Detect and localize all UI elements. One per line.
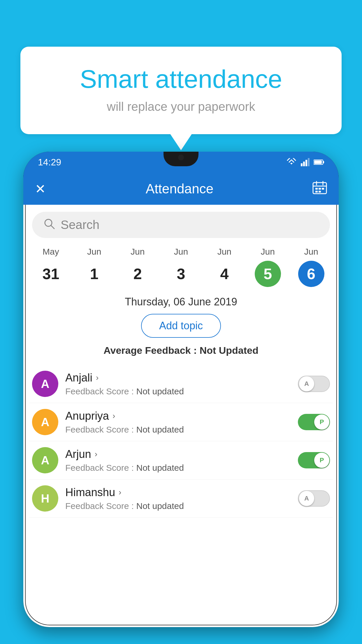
status-time: 14:29 bbox=[38, 157, 61, 168]
bubble-title: Smart attendance bbox=[44, 64, 318, 94]
attendance-toggle[interactable]: P bbox=[298, 414, 330, 430]
student-name: Himanshu › bbox=[65, 486, 298, 499]
feedback-score: Feedback Score : Not updated bbox=[65, 386, 298, 396]
student-info: Anupriya ›Feedback Score : Not updated bbox=[65, 410, 298, 435]
student-item[interactable]: AAnjali ›Feedback Score : Not updatedA bbox=[29, 365, 333, 403]
chevron-right-icon: › bbox=[119, 488, 121, 497]
svg-rect-1 bbox=[303, 162, 305, 166]
app-bar-title: Attendance bbox=[52, 181, 307, 197]
avg-feedback-value: Not Updated bbox=[200, 345, 259, 356]
cal-day-6[interactable]: Jun6 bbox=[289, 247, 333, 287]
student-list: AAnjali ›Feedback Score : Not updatedAAA… bbox=[23, 365, 339, 518]
average-feedback: Average Feedback : Not Updated bbox=[23, 345, 339, 356]
feedback-value: Not updated bbox=[136, 386, 184, 396]
toggle-track: A bbox=[298, 490, 330, 507]
close-button[interactable]: ✕ bbox=[35, 181, 52, 196]
svg-line-17 bbox=[51, 225, 54, 229]
speech-bubble: Smart attendance will replace your paper… bbox=[20, 47, 342, 134]
cal-day-3[interactable]: Jun3 bbox=[159, 247, 203, 287]
attendance-toggle[interactable]: A bbox=[298, 490, 330, 507]
toggle-track: P bbox=[298, 452, 330, 468]
student-name: Anjali › bbox=[65, 372, 298, 384]
app-bar: ✕ Attendance bbox=[23, 173, 339, 205]
cal-date-label: 31 bbox=[38, 261, 64, 287]
student-avatar: H bbox=[32, 485, 58, 512]
feedback-score: Feedback Score : Not updated bbox=[65, 463, 298, 473]
cal-month-label: Jun bbox=[217, 247, 231, 257]
calendar-icon[interactable] bbox=[312, 181, 327, 197]
chevron-right-icon: › bbox=[96, 373, 99, 382]
cal-date-label: 5 bbox=[255, 261, 281, 287]
search-icon bbox=[44, 218, 55, 232]
cal-month-label: Jun bbox=[261, 247, 275, 257]
student-item[interactable]: AAnupriya ›Feedback Score : Not updatedP bbox=[29, 403, 333, 441]
attendance-toggle[interactable]: A bbox=[298, 376, 330, 392]
search-text: Search bbox=[61, 218, 99, 232]
cal-day-1[interactable]: Jun1 bbox=[73, 247, 116, 287]
cal-day-31[interactable]: May31 bbox=[29, 247, 73, 287]
svg-rect-11 bbox=[315, 188, 318, 190]
phone-frame: 14:29 bbox=[23, 152, 339, 627]
toggle-knob: A bbox=[299, 376, 314, 391]
calendar-strip: May31Jun1Jun2Jun3Jun4Jun5Jun6 bbox=[23, 244, 339, 293]
cal-day-4[interactable]: Jun4 bbox=[203, 247, 246, 287]
student-avatar: A bbox=[32, 447, 58, 473]
svg-rect-3 bbox=[308, 158, 310, 166]
student-name: Anupriya › bbox=[65, 410, 298, 422]
svg-rect-0 bbox=[301, 163, 303, 166]
svg-rect-14 bbox=[315, 191, 318, 192]
cal-month-label: Jun bbox=[131, 247, 145, 257]
status-icons bbox=[286, 158, 324, 166]
svg-rect-6 bbox=[314, 160, 322, 164]
student-item[interactable]: HHimanshu ›Feedback Score : Not updatedA bbox=[29, 480, 333, 518]
cal-date-label: 1 bbox=[81, 261, 107, 287]
chevron-right-icon: › bbox=[95, 449, 97, 459]
cal-month-label: Jun bbox=[304, 247, 318, 257]
battery-icon bbox=[314, 159, 324, 165]
toggle-knob: A bbox=[299, 491, 314, 506]
attendance-toggle[interactable]: P bbox=[298, 452, 330, 468]
student-avatar: A bbox=[32, 371, 58, 397]
cal-date-label: 2 bbox=[124, 261, 151, 287]
cal-date-label: 4 bbox=[211, 261, 238, 287]
cal-month-label: May bbox=[43, 247, 59, 257]
student-info: Himanshu ›Feedback Score : Not updated bbox=[65, 486, 298, 511]
feedback-score: Feedback Score : Not updated bbox=[65, 425, 298, 435]
avg-feedback-label: Average Feedback : bbox=[103, 345, 199, 356]
search-bar[interactable]: Search bbox=[32, 212, 330, 238]
selected-date-label: Thursday, 06 June 2019 bbox=[23, 293, 339, 314]
toggle-track: P bbox=[298, 414, 330, 430]
feedback-value: Not updated bbox=[136, 463, 184, 473]
student-item[interactable]: AArjun ›Feedback Score : Not updatedP bbox=[29, 441, 333, 480]
cal-date-label: 3 bbox=[168, 261, 194, 287]
feedback-value: Not updated bbox=[136, 425, 184, 434]
student-info: Arjun ›Feedback Score : Not updated bbox=[65, 448, 298, 473]
cal-day-5[interactable]: Jun5 bbox=[246, 247, 289, 287]
student-name: Arjun › bbox=[65, 448, 298, 461]
svg-rect-12 bbox=[319, 188, 321, 190]
chevron-right-icon: › bbox=[113, 411, 115, 421]
speech-bubble-container: Smart attendance will replace your paper… bbox=[20, 47, 342, 134]
svg-rect-2 bbox=[305, 160, 307, 166]
cal-day-2[interactable]: Jun2 bbox=[116, 247, 159, 287]
feedback-score: Feedback Score : Not updated bbox=[65, 501, 298, 511]
cal-month-label: Jun bbox=[174, 247, 188, 257]
cal-month-label: Jun bbox=[87, 247, 101, 257]
screen-content: Search May31Jun1Jun2Jun3Jun4Jun5Jun6 Thu… bbox=[23, 205, 339, 627]
svg-rect-15 bbox=[319, 191, 321, 192]
phone-container: 14:29 bbox=[23, 152, 339, 644]
notch bbox=[164, 152, 198, 166]
feedback-value: Not updated bbox=[136, 501, 184, 511]
bubble-subtitle: will replace your paperwork bbox=[44, 100, 318, 114]
student-avatar: A bbox=[32, 409, 58, 435]
signal-icon bbox=[301, 158, 310, 166]
cal-date-label: 6 bbox=[298, 261, 324, 287]
toggle-track: A bbox=[298, 376, 330, 392]
svg-rect-13 bbox=[322, 188, 324, 190]
student-info: Anjali ›Feedback Score : Not updated bbox=[65, 372, 298, 396]
svg-rect-5 bbox=[323, 161, 324, 163]
wifi-icon bbox=[286, 158, 297, 166]
toggle-knob: P bbox=[314, 453, 329, 468]
add-topic-button[interactable]: Add topic bbox=[141, 314, 221, 338]
toggle-knob: P bbox=[314, 414, 329, 430]
